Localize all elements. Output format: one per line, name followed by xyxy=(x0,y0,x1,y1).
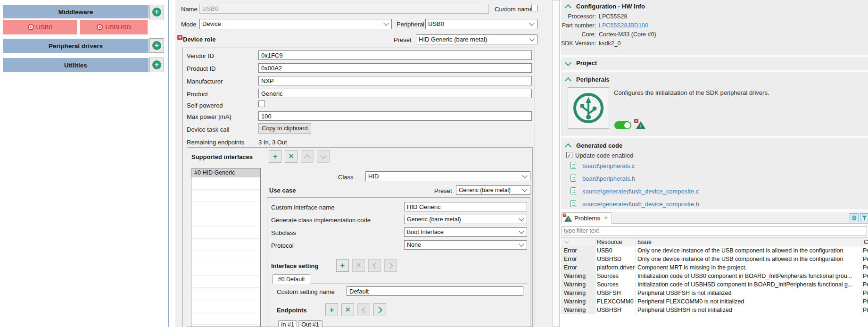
generated-file-link[interactable]: source\generated\usb_device_composite.h xyxy=(582,201,699,208)
add-middleware-button[interactable]: + xyxy=(149,5,164,19)
product-id-input[interactable]: 0x00A2 xyxy=(258,63,532,73)
column-header-resource[interactable]: Resource xyxy=(597,239,622,245)
max-power-input[interactable]: 100 xyxy=(258,111,532,121)
setting-prev-button[interactable] xyxy=(368,259,381,272)
interface-move-up-button[interactable] xyxy=(301,150,314,163)
setting-add-button[interactable]: + xyxy=(336,259,349,272)
issue-cell: Component MRT is missing in the project. xyxy=(637,263,860,272)
update-code-checkbox[interactable]: ✓ xyxy=(566,152,572,158)
manufacturer-input[interactable]: NXP xyxy=(258,76,532,85)
problem-row[interactable]: Error USBHSD Only one device instance of… xyxy=(561,255,868,263)
setting-tab-default[interactable]: #0 Default xyxy=(273,274,310,284)
interface-list-item-selected[interactable]: #0 HID Generic xyxy=(191,168,260,177)
custom-setting-name-label: Custom setting name xyxy=(277,288,335,295)
column-header-issue[interactable]: Issue xyxy=(637,239,652,245)
part-number-link[interactable]: LPC55S28JBD100 xyxy=(599,22,648,29)
problem-row[interactable]: Error platform.drivers.... Component MRT… xyxy=(561,263,868,272)
setting-remove-button[interactable]: ✕ xyxy=(352,259,365,272)
peripherals-tool-icon[interactable] xyxy=(568,87,609,129)
endpoint-remove-button[interactable]: ✕ xyxy=(341,303,354,316)
endpoint-add-button[interactable]: + xyxy=(325,303,338,316)
column-header-tail[interactable]: C xyxy=(864,239,868,245)
interface-setting-label: Interface setting xyxy=(271,262,318,269)
endpoint-tab-in[interactable]: In #1 xyxy=(278,320,297,327)
processor-value: LPC55S28 xyxy=(599,13,627,20)
name-input[interactable]: USB0 xyxy=(199,4,489,14)
generated-code-title[interactable]: Generated code xyxy=(576,142,622,149)
device-role-label: Device role xyxy=(183,36,215,43)
class-value: HID xyxy=(368,173,379,180)
use-case-preset-select[interactable]: Generic (bare metal) xyxy=(456,185,530,195)
generated-file-link[interactable]: board\peripherals.c xyxy=(582,162,635,169)
expand-chevron-icon[interactable] xyxy=(565,59,571,66)
add-peripheral-driver-button[interactable]: + xyxy=(149,38,164,53)
problems-filter-input[interactable]: type filter text xyxy=(562,226,867,235)
chevron-down-icon xyxy=(522,173,527,178)
custom-name-label: Custom name xyxy=(495,6,533,13)
custom-setting-name-input[interactable]: Default xyxy=(347,286,523,296)
device-role-preset-select[interactable]: HID Generic (bare metal) xyxy=(416,34,537,44)
subclass-label: Subclass xyxy=(271,229,296,236)
problem-row[interactable]: Warning USBFSH Peripheral USBFSH is not … xyxy=(561,289,868,297)
resource-cell: Sources xyxy=(597,280,635,289)
vendor-id-input[interactable]: 0x1FC9 xyxy=(258,50,532,60)
remove-icon: ✕ xyxy=(289,152,294,160)
custom-interface-name-input[interactable]: HID Generic xyxy=(404,202,527,211)
peripherals-title[interactable]: Peripherals xyxy=(576,76,610,83)
class-select[interactable]: HID xyxy=(365,171,530,181)
file-icon xyxy=(570,175,576,182)
collapse-chevron-icon[interactable] xyxy=(565,143,571,150)
problem-row[interactable]: Warning USBHSH Peripheral USBHSH is not … xyxy=(561,306,868,314)
max-power-label: Max power [mA] xyxy=(187,113,231,120)
interface-move-down-button[interactable] xyxy=(317,150,330,163)
generate-class-select[interactable]: Generic (bare metal) xyxy=(404,215,527,224)
vertical-scrollbar[interactable] xyxy=(553,0,560,327)
middleware-item-usbhsd[interactable]: ✕ USBHSD xyxy=(80,20,148,34)
warning-icon: !✕ xyxy=(636,120,646,129)
use-case-preset-label: Preset xyxy=(434,187,452,194)
hw-info-title[interactable]: Configuration - HW Info xyxy=(576,3,645,10)
endpoint-next-button[interactable] xyxy=(373,303,386,316)
issue-cell: Only one device instance of the USB comp… xyxy=(637,255,860,263)
tail-cell: Pe xyxy=(863,263,868,272)
interface-add-button[interactable]: + xyxy=(269,150,281,163)
utilities-section-header[interactable]: Utilities xyxy=(3,58,149,72)
problem-row[interactable]: Warning FLEXCOMM0 Peripheral FLEXCOMM0 i… xyxy=(561,297,868,306)
toolbar-button-b[interactable]: B xyxy=(850,213,859,222)
problem-row[interactable]: Error USB0 Only one device instance of t… xyxy=(561,246,868,255)
collapse-chevron-icon[interactable] xyxy=(565,77,571,84)
protocol-select[interactable]: None xyxy=(404,240,527,250)
peripheral-drivers-section-header[interactable]: Peripheral drivers xyxy=(3,39,149,53)
problem-row[interactable]: Warning Sources Initialization code of U… xyxy=(561,280,868,289)
interface-remove-button[interactable]: ✕ xyxy=(285,150,298,163)
copy-to-clipboard-button[interactable]: Copy to clipboard xyxy=(258,123,311,134)
components-panel: Middleware + ✕ USB0 ✕ USBHSD Peripheral … xyxy=(0,0,172,327)
endpoint-tab-out[interactable]: Out #1 xyxy=(298,320,322,327)
empty-list-row xyxy=(191,300,260,312)
endpoint-prev-button[interactable] xyxy=(357,303,370,316)
resource-cell: USBHSH xyxy=(597,306,635,314)
toolbar-filter-button[interactable] xyxy=(860,213,868,222)
middleware-item-usb0[interactable]: ✕ USB0 xyxy=(3,20,77,34)
peripheral-select[interactable]: USB0 xyxy=(425,19,537,29)
generated-file-link[interactable]: source\generated\usb_device_composite.c xyxy=(582,188,699,195)
protocol-value: None xyxy=(407,242,421,248)
project-title[interactable]: Project xyxy=(576,59,597,67)
generated-file-link[interactable]: board\peripherals.h xyxy=(582,175,635,182)
setting-next-button[interactable] xyxy=(384,259,397,272)
tab-close-icon[interactable]: ✕ xyxy=(604,215,608,220)
collapse-chevron-icon[interactable] xyxy=(565,4,571,11)
middleware-section-header[interactable]: Middleware xyxy=(3,5,149,18)
add-utility-button[interactable]: + xyxy=(149,58,164,72)
subclass-select[interactable]: Boot Interface xyxy=(404,227,527,237)
core-value: Cortex-M33 (Core #0) xyxy=(599,31,656,38)
custom-name-checkbox[interactable] xyxy=(531,5,538,11)
self-powered-checkbox[interactable] xyxy=(258,101,265,107)
problems-tab[interactable]: !✕ Problems ✕ xyxy=(561,212,612,224)
problems-table-header[interactable]: Resource Issue C xyxy=(561,237,868,246)
product-input[interactable]: Generic xyxy=(258,89,532,98)
problem-row[interactable]: Warning Sources Initialization code of U… xyxy=(561,272,868,280)
interfaces-listbox[interactable]: #0 HID Generic xyxy=(191,168,261,327)
peripherals-enable-toggle[interactable] xyxy=(614,121,631,129)
mode-select[interactable]: Device xyxy=(199,19,392,29)
